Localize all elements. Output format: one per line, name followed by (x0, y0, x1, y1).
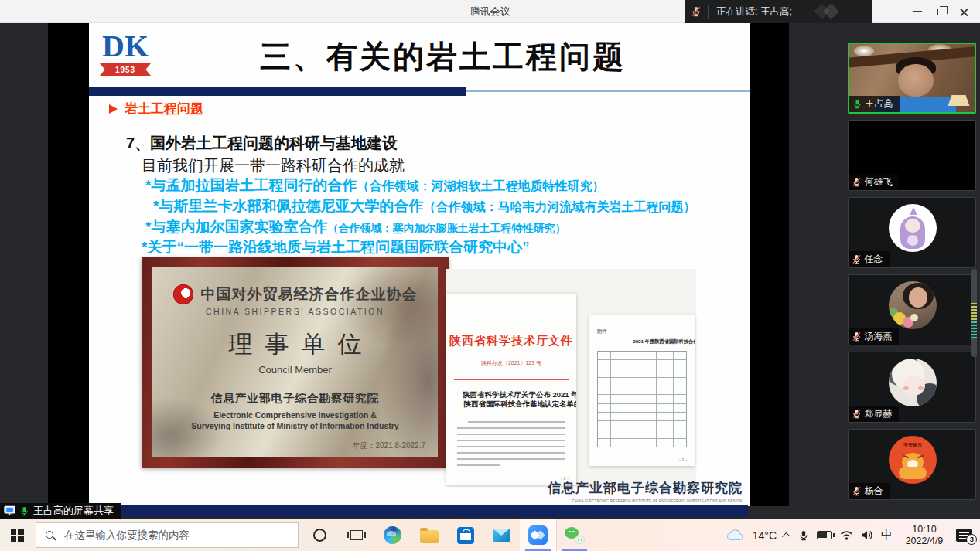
plaque-title-en: Council Member (152, 364, 438, 376)
doc2-attachment-label: 附件 (597, 328, 607, 335)
window-titlebar: 腾讯会议 正在讲话: 王占高; (0, 0, 980, 23)
avatar-photo-woman-flowers (889, 281, 937, 329)
mic-on-icon (19, 506, 29, 516)
avatar-teletubby (889, 204, 937, 252)
folder-icon (420, 530, 439, 543)
doc1-heading: 陕西省科学技术厅关于公布 2021 年度 陕西省国际科技合作基地认定名单的通知 (446, 388, 576, 412)
mail-icon (493, 529, 510, 542)
window-controls (906, 0, 975, 23)
mic-muted-icon (852, 177, 862, 187)
tencent-meeting-button[interactable] (520, 519, 556, 551)
task-view-icon (350, 530, 363, 540)
participant-tile-yanghe[interactable]: 平安喜乐 杨合 (848, 429, 976, 500)
slide-subheading: 目前我们开展一带一路科研合作的成就 (142, 155, 405, 176)
battery-icon[interactable] (817, 531, 832, 539)
slide-footer-cn: 信息产业部电子综合勘察研究院 (295, 479, 743, 497)
tencent-meeting-icon (528, 525, 548, 545)
notification-badge: 3 (966, 534, 977, 545)
ime-indicator[interactable]: 中 (881, 528, 893, 542)
slide-item: *与孟加拉国岩土工程同行的合作（合作领域：河湖相软土工程地质特性研究） (145, 175, 604, 196)
mic-muted-icon (852, 486, 862, 496)
search-icon (45, 530, 56, 541)
monitor-icon (4, 505, 15, 516)
participant-tile-wangzhangao[interactable]: 王占高 (848, 43, 976, 114)
speaking-label: 正在讲话: 王占高; (716, 5, 792, 19)
weather-temp[interactable]: 14°C (753, 529, 777, 542)
plaque-period: 年度：2021.8-2022.7 (352, 440, 425, 451)
title-underline-bar (89, 87, 466, 96)
title-underline-thin (466, 90, 750, 92)
doc1-rule (454, 379, 569, 380)
mic-on-icon (852, 99, 862, 109)
action-center-icon[interactable]: 3 (956, 529, 972, 542)
speaking-indicator: 正在讲话: 王占高; (685, 0, 872, 23)
slide-footer-en: CHINA ELECTRONIC RESEARCH INSTITUTE OF E… (572, 499, 743, 503)
cortana-icon (313, 529, 326, 542)
edge-button[interactable] (374, 519, 411, 551)
participant-tile-rennian[interactable]: 任念 (848, 197, 976, 268)
participant-name-chip: 汤海燕 (849, 328, 899, 345)
edge-icon (384, 526, 401, 544)
lamp (948, 95, 970, 106)
participant-tile-hexiongfei[interactable]: 何雄飞 (848, 120, 976, 191)
mic-muted-icon (852, 254, 862, 264)
participant-tile-zhengxianhe[interactable]: 郑显赫 (848, 352, 976, 423)
arrow-bullet-icon (109, 104, 118, 114)
start-button[interactable] (0, 519, 34, 551)
doc1-body-lines (457, 421, 565, 467)
slide-title: 三、有关的岩土工程问题 (135, 36, 750, 78)
avatar-cartoon-cat (889, 359, 937, 406)
doc2-page-number: - 1 - (678, 457, 687, 462)
mic-muted-icon (852, 332, 862, 342)
tray-time: 10:10 (900, 524, 948, 536)
search-input[interactable] (63, 529, 289, 542)
document-page-2: 附件 2021 年度陕西省国际科技合作基地认定名单 - 1 - (589, 315, 695, 466)
participant-name-chip: 杨合 (849, 483, 890, 499)
plaque-org-cn: 中国对外贸易经济合作企业协会 (201, 284, 418, 304)
weather-cloud-icon[interactable] (726, 529, 745, 541)
wechat-button[interactable] (556, 519, 592, 551)
task-view-button[interactable] (338, 519, 374, 551)
speaker-icon[interactable] (861, 530, 873, 540)
store-icon (457, 527, 474, 544)
slide-heading: 7、国外岩土工程问题的科研与基地建设 (126, 133, 398, 154)
file-explorer-button[interactable] (411, 519, 447, 551)
clock[interactable]: 10:10 2022/4/9 (900, 524, 948, 547)
doc1-number: 陕科办发〔2021〕123 号 (481, 359, 541, 367)
mic-muted-icon (852, 409, 862, 419)
restore-button[interactable] (929, 0, 952, 23)
plaque-plate: 中国对外贸易经济合作企业协会 CHINA SHIPPERS' ASSOCIATI… (152, 267, 438, 457)
wifi-icon[interactable] (840, 530, 853, 540)
cortana-button[interactable] (302, 519, 338, 551)
doc1-title: 陕西省科学技术厅文件 (446, 334, 576, 349)
mail-button[interactable] (483, 519, 520, 551)
section-bullet: 岩土工程问题 (109, 100, 203, 117)
plaque-photo: 中国对外贸易经济合作企业协会 CHINA SHIPPERS' ASSOCIATI… (142, 257, 449, 468)
plaque-org-en: CHINA SHIPPERS' ASSOCIATION (152, 307, 438, 316)
plaque-member-cn: 信息产业部电子综合勘察研究院 (152, 391, 438, 406)
taskbar-search[interactable] (36, 522, 299, 548)
documents-photo: 陕西省科学技术厅文件 陕科办发〔2021〕123 号 陕西省科学技术厅关于公布 … (446, 269, 696, 487)
taskbar-icons (302, 519, 592, 551)
screen-share-banner: 王占高的屏幕共享 (0, 503, 121, 519)
participant-name-chip: 任念 (849, 251, 890, 267)
tray-mic-icon[interactable] (798, 530, 809, 541)
participants-sidebar: 王占高 何雄飞 任念 汤海燕 (843, 23, 980, 519)
windows-logo-icon (11, 529, 24, 542)
document-page-1: 陕西省科学技术厅文件 陕科办发〔2021〕123 号 陕西省科学技术厅关于公布 … (446, 294, 576, 485)
store-button[interactable] (447, 519, 483, 551)
tray-date: 2022/4/9 (900, 536, 948, 547)
participant-tile-tanghaiyan[interactable]: 汤海燕 (848, 274, 976, 345)
tray-expand-chevron-icon[interactable] (782, 532, 790, 540)
participant-name-chip: 王占高 (849, 96, 900, 112)
slide-item: *与斯里兰卡水部和佩拉德尼亚大学的合作（合作领域：马哈韦力河流域有关岩土工程问题… (153, 196, 695, 216)
divider (708, 5, 709, 19)
doc2-title: 2021 年度陕西省国际科技合作基地认定名单 (633, 338, 695, 345)
system-tray: 14°C 中 10:10 2022/4/9 3 (726, 519, 980, 551)
slide-item: *与塞内加尔国家实验室合作（合作领域：塞内加尔膨胀土岩土工程特性研究） (145, 217, 565, 237)
association-logo-icon (173, 284, 193, 304)
sidebar-scrollbar[interactable] (971, 269, 977, 357)
minimize-button[interactable] (906, 0, 929, 23)
participant-name-chip: 何雄飞 (849, 174, 899, 190)
close-button[interactable] (952, 0, 975, 23)
